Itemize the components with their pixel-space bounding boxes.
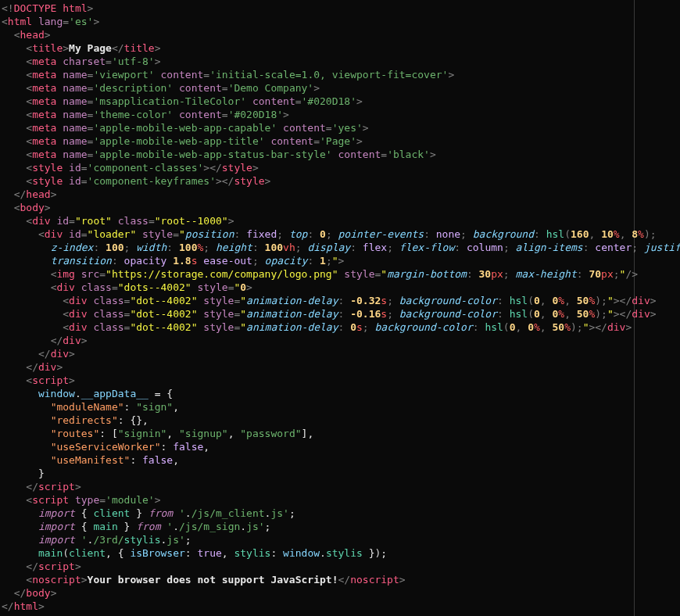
code-editor[interactable]: <!DOCTYPE html> <html lang='es'> <head> … <box>0 0 635 616</box>
